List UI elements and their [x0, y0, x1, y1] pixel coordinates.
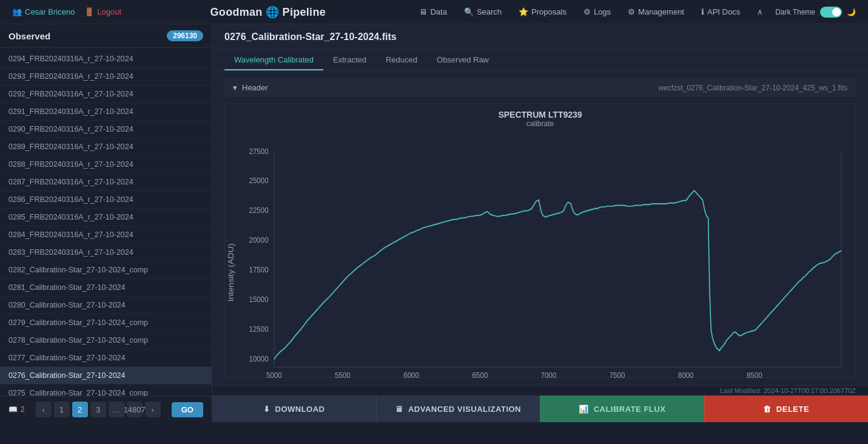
logout-icon: 🚪 — [84, 7, 94, 16]
svg-text:20000: 20000 — [249, 236, 269, 245]
search-icon: 🔍 — [464, 7, 474, 16]
content-tabs: Wavelength CalibratedExtractedReducedObs… — [212, 50, 868, 71]
dark-theme-toggle[interactable]: Dark Theme 🌙 — [775, 7, 856, 18]
svg-text:8500: 8500 — [747, 371, 762, 380]
pagination-page[interactable]: … — [109, 402, 124, 417]
chart-title: SPECTRUM LTT9239 — [225, 104, 855, 119]
spectrum-chart: Intensity (ADU) Wavelength (Angstrom) 27… — [225, 128, 855, 385]
nav-right: 🖥 Data 🔍 Search ⭐ Proposals ⚙ Logs ⚙ Man… — [414, 5, 856, 19]
top-nav: 👥 Cesar Briceno 🚪 Logout Goodman 🌐 Pipel… — [0, 0, 868, 24]
pagination-page[interactable]: 2 — [72, 402, 88, 417]
list-item[interactable]: 0293_FRB20240316A_r_27-10-2024 — [0, 68, 212, 86]
list-item[interactable]: 0287_FRB20240316A_r_27-10-2024 — [0, 173, 212, 191]
svg-text:8000: 8000 — [678, 371, 694, 380]
file-title: 0276_Calibration-Star_27-10-2024.fits — [224, 32, 397, 42]
content-header: 0276_Calibration-Star_27-10-2024.fits — [212, 24, 868, 50]
star-icon: ⭐ — [519, 7, 528, 16]
list-item[interactable]: 0281_Calibration-Star_27-10-2024 — [0, 279, 212, 297]
list-item[interactable]: 0286_FRB20240316A_r_27-10-2024 — [0, 191, 212, 209]
list-item[interactable]: 0294_FRB20240316A_r_27-10-2024 — [0, 50, 212, 68]
svg-text:7000: 7000 — [541, 371, 557, 380]
pagination-page[interactable]: 1 — [54, 402, 70, 417]
list-item[interactable]: 0292_FRB20240316A_r_27-10-2024 — [0, 86, 212, 103]
bookmark-count: 📖 2 — [8, 405, 25, 414]
sidebar: Observed 296130 0294_FRB20240316A_r_27-1… — [0, 24, 212, 422]
advanced-icon: 🖥 — [395, 405, 403, 414]
list-item[interactable]: 0277_Calibration-Star_27-10-2024 — [0, 349, 212, 367]
bottom-actions: ⬇ DOWNLOAD 🖥 ADVANCED VISUALIZATION 📊 CA… — [212, 395, 868, 422]
list-item[interactable]: 0276_Calibration-Star_27-10-2024 — [0, 367, 212, 385]
sidebar-list: 0294_FRB20240316A_r_27-10-20240293_FRB20… — [0, 48, 212, 396]
logout-label: Logout — [97, 7, 121, 16]
list-item[interactable]: 0275_Calibration-Star_27-10-2024_comp — [0, 385, 212, 396]
list-item[interactable]: 0284_FRB20240316A_r_27-10-2024 — [0, 226, 212, 244]
chart-container: SPECTRUM LTT9239 calibrate Intensity (AD… — [224, 103, 856, 378]
svg-text:Intensity (ADU): Intensity (ADU) — [227, 243, 235, 301]
download-icon: ⬇ — [263, 405, 271, 414]
list-item[interactable]: 0278_Calibration-Star_27-10-2024_comp — [0, 332, 212, 349]
user-icon: 👥 — [12, 7, 22, 16]
tab-observed-raw[interactable]: Observed Raw — [427, 50, 499, 70]
svg-text:22500: 22500 — [249, 206, 269, 215]
nav-logs[interactable]: ⚙ Logs — [579, 5, 616, 19]
nav-api-docs[interactable]: ℹ API Docs — [696, 5, 745, 19]
svg-text:6500: 6500 — [472, 371, 488, 380]
list-item[interactable]: 0288_FRB20240316A_r_27-10-2024 — [0, 156, 212, 173]
list-item[interactable]: 0289_FRB20240316A_r_27-10-2024 — [0, 138, 212, 156]
app-title: Goodman 🌐 Pipeline — [210, 5, 326, 19]
list-item[interactable]: 0279_Calibration-Star_27-10-2024_comp — [0, 314, 212, 332]
content-body: ▾ Header wecfzst_0276_Calibration-Star_2… — [212, 71, 868, 385]
management-icon: ⚙ — [628, 7, 635, 16]
last-modified: Last Modified: 2024-10-27T00:17:00.20677… — [212, 386, 868, 395]
svg-text:7500: 7500 — [610, 371, 625, 380]
svg-text:12500: 12500 — [249, 325, 269, 334]
nav-search[interactable]: 🔍 Search — [459, 5, 506, 19]
list-item[interactable]: 0282_Calibration-Star_27-10-2024_comp — [0, 261, 212, 279]
calibrate-flux-button[interactable]: 📊 CALIBRATE FLUX — [540, 395, 704, 422]
bookmark-number: 2 — [21, 405, 25, 414]
pagination-page[interactable]: 14807 — [127, 402, 143, 417]
tab-wavelength-calibrated[interactable]: Wavelength Calibrated — [224, 50, 323, 70]
logout-button[interactable]: 🚪 Logout — [84, 7, 121, 16]
list-item[interactable]: 0283_FRB20240316A_r_27-10-2024 — [0, 244, 212, 261]
username: Cesar Briceno — [25, 7, 75, 16]
pagination-page[interactable]: 3 — [90, 402, 106, 417]
advanced-visualization-button[interactable]: 🖥 ADVANCED VISUALIZATION — [376, 395, 540, 422]
sidebar-header: Observed 296130 — [0, 24, 212, 48]
user-profile[interactable]: 👥 Cesar Briceno — [12, 7, 75, 16]
chevron-down-icon: ▾ — [233, 83, 237, 92]
list-item[interactable]: 0291_FRB20240316A_r_27-10-2024 — [0, 103, 212, 121]
gear-icon: ⚙ — [584, 7, 591, 16]
pagination-prev[interactable]: ‹ — [36, 402, 52, 417]
nav-left: 👥 Cesar Briceno 🚪 Logout — [12, 7, 121, 16]
svg-text:27500: 27500 — [249, 147, 269, 156]
data-icon: 🖥 — [419, 7, 427, 16]
accordion-label: Header — [242, 83, 268, 92]
nav-data[interactable]: 🖥 Data — [414, 5, 451, 19]
list-item[interactable]: 0280_Calibration-Star_27-10-2024 — [0, 297, 212, 314]
delete-icon: 🗑 — [763, 405, 772, 414]
download-button[interactable]: ⬇ DOWNLOAD — [212, 395, 376, 422]
tab-extracted[interactable]: Extracted — [323, 50, 376, 70]
list-item[interactable]: 0285_FRB20240316A_r_27-10-2024 — [0, 209, 212, 226]
header-accordion[interactable]: ▾ Header wecfzst_0276_Calibration-Star_2… — [224, 78, 856, 97]
nav-chevron[interactable]: ∧ — [752, 5, 768, 19]
pagination-next[interactable]: › — [145, 402, 161, 417]
tab-reduced[interactable]: Reduced — [376, 50, 427, 70]
sidebar-footer: 📖 2 ‹123…14807› GO — [0, 396, 212, 422]
svg-text:17500: 17500 — [249, 266, 269, 275]
svg-text:5000: 5000 — [266, 371, 282, 380]
list-item[interactable]: 0290_FRB20240316A_r_27-10-2024 — [0, 121, 212, 138]
toggle-switch[interactable] — [820, 7, 842, 18]
toggle-knob — [832, 8, 841, 16]
go-button[interactable]: GO — [172, 402, 203, 417]
nav-proposals[interactable]: ⭐ Proposals — [514, 5, 571, 19]
chevron-up-icon: ∧ — [757, 7, 763, 16]
svg-text:6000: 6000 — [403, 371, 419, 380]
nav-management[interactable]: ⚙ Management — [623, 5, 689, 19]
svg-text:15000: 15000 — [249, 295, 269, 304]
sidebar-title: Observed — [8, 31, 50, 41]
moon-icon: 🌙 — [847, 8, 856, 16]
delete-button[interactable]: 🗑 DELETE — [704, 395, 869, 422]
calibrate-icon: 📊 — [579, 405, 589, 414]
